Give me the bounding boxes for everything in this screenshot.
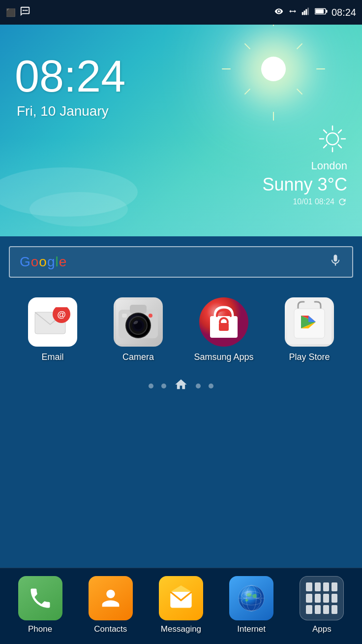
svg-point-32 [149, 314, 152, 318]
dock-item-apps[interactable]: Apps [292, 576, 351, 634]
email-label: Email [41, 352, 63, 363]
email-icon: @ [28, 297, 77, 347]
refresh-icon [337, 197, 347, 207]
dock: Phone Contacts Messaging [0, 568, 362, 644]
app-item-samsung-apps[interactable]: Samsung Apps [189, 297, 258, 363]
play-store-icon [285, 297, 334, 347]
screenshot-icon: ⬛ [6, 8, 16, 17]
weather-time: 08:24 [15, 54, 125, 98]
play-store-label: Play Store [289, 352, 330, 363]
apps-grid-dot [332, 582, 337, 591]
dock-item-internet[interactable]: Internet [222, 576, 281, 634]
samsung-apps-icon [199, 297, 248, 347]
chat-icon [20, 6, 30, 19]
page-dot-1[interactable] [149, 384, 153, 388]
apps-grid-dot [306, 605, 312, 614]
phone-label: Phone [28, 624, 52, 634]
svg-line-16 [338, 145, 341, 148]
svg-rect-8 [315, 9, 324, 13]
weather-sun-icon [318, 124, 347, 154]
apps-grid-dot [323, 594, 329, 603]
page-dots [0, 373, 362, 404]
apps-grid-dot [306, 594, 312, 603]
internet-label: Internet [237, 624, 266, 634]
dock-item-contacts[interactable]: Contacts [81, 576, 140, 634]
apps-grid-dot [315, 582, 321, 591]
svg-point-1 [25, 10, 26, 11]
svg-line-15 [324, 130, 327, 133]
apps-grid-dot [332, 594, 337, 603]
page-dot-5[interactable] [209, 384, 213, 388]
camera-icon [114, 297, 163, 347]
contacts-icon [89, 576, 133, 620]
weather-widget: 08:24 Fri, 10 January London [0, 25, 362, 236]
apps-grid: @ Email [0, 288, 362, 373]
phone-icon [18, 576, 62, 620]
samsung-apps-label: Samsung Apps [194, 352, 253, 363]
apps-grid-dot [323, 605, 329, 614]
eye-icon [273, 7, 284, 18]
svg-rect-31 [122, 314, 127, 318]
app-item-email[interactable]: @ Email [18, 297, 87, 363]
dock-item-phone[interactable]: Phone [11, 576, 70, 634]
svg-text:@: @ [57, 310, 66, 320]
apps-grid-dot [323, 582, 329, 591]
svg-rect-3 [302, 12, 303, 15]
svg-point-0 [23, 10, 24, 11]
svg-rect-24 [130, 305, 147, 314]
svg-rect-5 [305, 9, 307, 15]
search-bar-container: Google [0, 236, 362, 288]
mic-icon[interactable] [329, 254, 342, 270]
status-time: 08:24 [332, 7, 356, 18]
svg-point-10 [327, 133, 338, 145]
google-logo: Google [20, 254, 67, 270]
apps-grid-dot [315, 594, 321, 603]
svg-line-17 [338, 130, 341, 133]
app-item-play-store[interactable]: Play Store [275, 297, 344, 363]
weather-city: London [262, 160, 347, 172]
apps-grid-dot [315, 605, 321, 614]
messaging-icon [159, 576, 203, 620]
messaging-label: Messaging [161, 624, 201, 634]
battery-icon [315, 7, 328, 17]
svg-point-2 [26, 10, 28, 11]
status-bar: ⬛ [0, 0, 362, 25]
apps-grid-dot [306, 582, 312, 591]
apps-icon [300, 576, 344, 620]
signal-icon [301, 7, 311, 18]
camera-label: Camera [122, 352, 154, 363]
data-transfer-icon [288, 7, 297, 18]
search-bar[interactable]: Google [9, 246, 353, 278]
svg-rect-6 [307, 8, 309, 15]
apps-grid-dot [332, 605, 337, 614]
contacts-label: Contacts [94, 624, 127, 634]
dock-item-messaging[interactable]: Messaging [151, 576, 211, 634]
weather-updated: 10/01 08:24 [262, 197, 347, 207]
app-item-camera[interactable]: Camera [104, 297, 173, 363]
weather-condition-temp: Sunny 3°C [262, 174, 347, 195]
weather-date: Fri, 10 January [17, 103, 109, 119]
svg-marker-45 [170, 585, 191, 592]
weather-info: London Sunny 3°C 10/01 08:24 [262, 124, 347, 207]
svg-rect-9 [326, 10, 328, 13]
home-dot[interactable] [174, 378, 188, 394]
svg-line-18 [324, 145, 327, 148]
page-dot-4[interactable] [196, 384, 201, 388]
page-dot-2[interactable] [161, 384, 166, 388]
svg-rect-4 [303, 11, 305, 15]
apps-label: Apps [312, 624, 332, 634]
internet-icon [229, 576, 273, 620]
